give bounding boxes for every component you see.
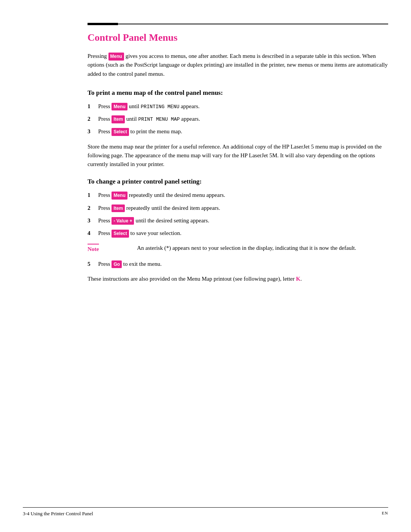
step-text-2-1: Press Menu repeatedly until the desired … [98,191,225,200]
step-text-1-3: Press Select to print the menu map. [98,127,182,136]
step-text-1-1: Press Menu until PRINTING MENU appears. [98,102,200,111]
step-2-2: 2 Press Item repeatedly until the desire… [88,204,388,212]
page-title: Control Panel Menus [88,32,388,43]
step-text-2-3: Press - Value + until the desired settin… [98,216,209,225]
step-num-2-2: 2 [88,204,98,212]
step-num-1-2: 2 [88,115,98,123]
note-block: Note An asterisk (*) appears next to you… [88,244,388,252]
rule-line [118,24,388,24]
section1-heading: To print a menu map of the control panel… [88,89,388,97]
step-1-2: 2 Press Item until PRINT MENU MAP appear… [88,115,388,123]
main-content: Control Panel Menus Pressing Menu gives … [0,32,411,283]
mono-printing-menu: PRINTING MENU [141,104,179,110]
value-badge-s2-3: - Value + [112,217,134,225]
step-2-5: 5 Press Go to exit the menu. [88,260,388,268]
step-1-1: 1 Press Menu until PRINTING MENU appears… [88,102,388,111]
step-text-2-5: Press Go to exit the menu. [98,260,162,268]
item-badge-s2-2: Item [112,204,125,212]
intro-text-after: gives you access to menus, one after ano… [88,53,388,77]
step-1-3: 3 Press Select to print the menu map. [88,127,388,136]
step-text-1-2: Press Item until PRINT MENU MAP appears. [98,115,200,123]
step-2-4: 4 Press Select to save your selection. [88,229,388,238]
intro-paragraph: Pressing Menu gives you access to menus,… [88,52,388,78]
footer-right-text: EN [382,511,388,517]
step-num-2-1: 1 [88,191,98,200]
top-rule [0,23,411,25]
section2-step5-list: 5 Press Go to exit the menu. [88,260,388,268]
footer-rule [23,507,388,508]
rule-accent [88,23,118,25]
section2-steps: 1 Press Menu repeatedly until the desire… [88,191,388,238]
section2-heading: To change a printer control panel settin… [88,178,388,185]
page: Control Panel Menus Pressing Menu gives … [0,0,411,532]
item-badge-s1-2: Item [112,115,125,123]
select-badge-s1-3: Select [112,128,129,136]
note-text: An asterisk (*) appears next to your sel… [137,244,356,252]
note-label: Note [88,244,99,252]
step-num-2-5: 5 [88,260,98,268]
bold-k: K [296,276,301,282]
footer-content: 3-4 Using the Printer Control Panel EN [0,511,411,517]
section1-info: Store the menu map near the printer for … [88,142,388,169]
footer-left-text: 3-4 Using the Printer Control Panel [23,511,93,517]
select-badge-s2-4: Select [112,230,129,238]
step-text-2-2: Press Item repeatedly until the desired … [98,204,220,212]
step-num-2-3: 3 [88,216,98,225]
section1-steps: 1 Press Menu until PRINTING MENU appears… [88,102,388,136]
go-badge-s2-5: Go [112,260,122,268]
closing-text1: These instructions are also provided on … [88,276,296,282]
step-2-1: 1 Press Menu repeatedly until the desire… [88,191,388,200]
step-num-1-3: 3 [88,127,98,136]
menu-badge-s2-1: Menu [112,192,127,200]
step-text-2-4: Press Select to save your selection. [98,229,182,238]
closing-text2: . [300,276,302,282]
step-num-2-4: 4 [88,229,98,238]
mono-print-menu-map: PRINT MENU MAP [138,117,180,122]
step-num-1-1: 1 [88,102,98,111]
step-2-3: 3 Press - Value + until the desired sett… [88,216,388,225]
closing-para: These instructions are also provided on … [88,275,388,283]
note-label-col: Note [88,244,137,252]
footer: 3-4 Using the Printer Control Panel EN [0,507,411,517]
menu-badge-s1-1: Menu [112,103,127,111]
menu-badge-intro: Menu [108,53,124,61]
intro-text-before: Pressing [88,53,108,59]
